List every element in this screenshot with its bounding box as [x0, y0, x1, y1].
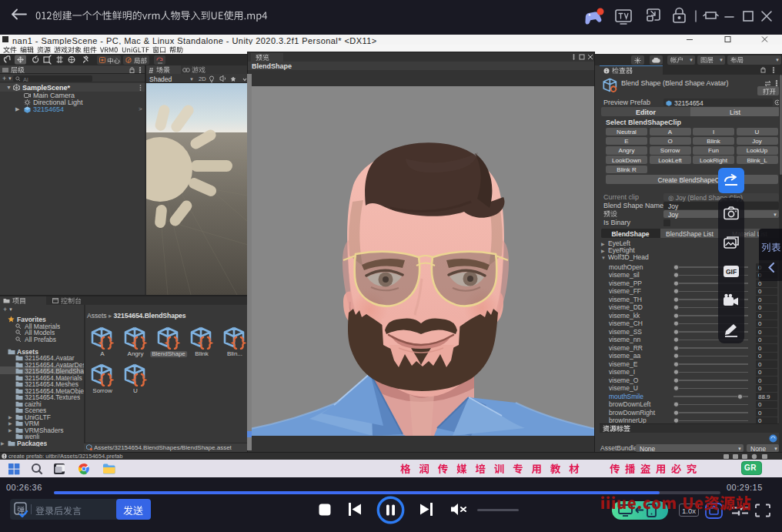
svg-text:GIF: GIF	[726, 268, 737, 276]
